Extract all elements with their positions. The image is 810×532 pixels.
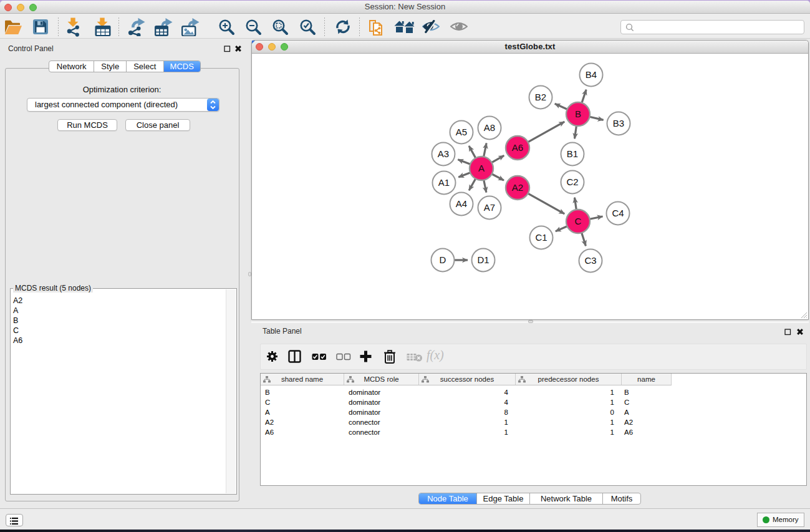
svg-text:B1: B1 [567,148,578,159]
svg-text:C1: C1 [535,232,547,243]
svg-text:C3: C3 [584,255,596,266]
svg-text:A5: A5 [456,127,467,137]
svg-text:A8: A8 [484,122,495,133]
svg-text:C: C [575,216,582,226]
svg-text:C2: C2 [566,177,578,187]
svg-text:A4: A4 [456,198,467,209]
svg-text:A1: A1 [438,177,450,188]
svg-text:B4: B4 [586,69,597,80]
svg-text:D1: D1 [477,254,489,265]
svg-text:B: B [575,109,581,119]
svg-text:A6: A6 [512,142,523,153]
svg-text:A7: A7 [484,202,495,213]
svg-text:D: D [440,254,446,265]
svg-text:B2: B2 [535,92,546,102]
svg-text:B3: B3 [613,118,624,128]
svg-text:A: A [478,163,485,173]
svg-text:C4: C4 [612,208,624,218]
svg-text:A2: A2 [512,182,523,193]
svg-text:A3: A3 [438,148,449,159]
